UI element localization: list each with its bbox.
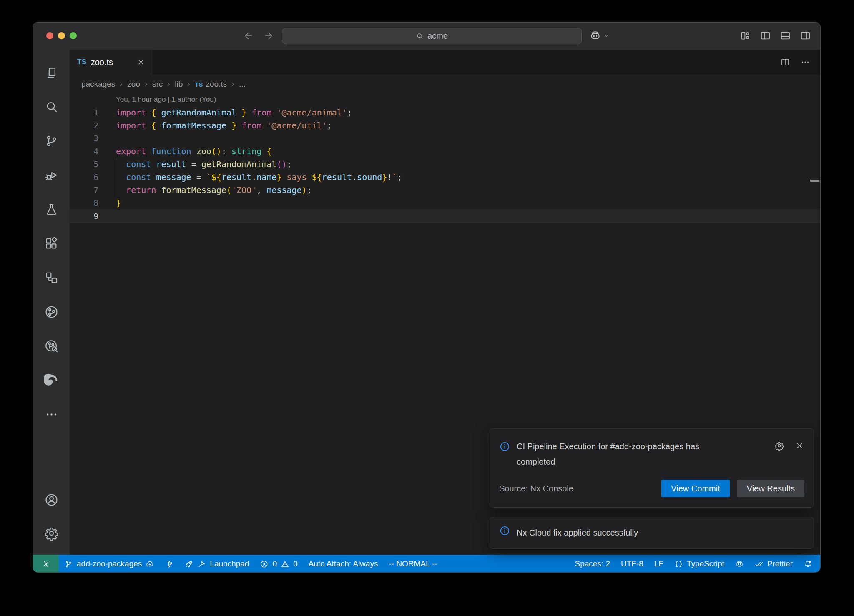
vscode-window: acme TS zoo.ts packageszoosrclibTSzoo.ts… [33,22,821,573]
status-indentation[interactable]: Spaces: 2 [569,555,615,573]
line-number[interactable]: 8 [70,197,98,210]
status-auto-attach[interactable]: Auto Attach: Always [303,555,384,573]
typescript-file-icon: TS [77,58,87,66]
breadcrumb-item[interactable]: src [152,80,163,89]
breadcrumb-item[interactable]: TSzoo.ts [195,80,227,89]
line-number[interactable]: 5 [70,158,98,171]
chevron-right-icon [229,81,236,88]
zoom-button[interactable] [70,32,77,39]
title-bar: acme [33,22,820,50]
forward-button[interactable] [263,30,274,41]
toggle-panel-button[interactable] [780,30,791,41]
breadcrumb-item[interactable]: packages [81,80,115,89]
notification-message: CI Pipeline Execution for #add-zoo-packa… [517,439,725,470]
git-graph-icon [165,560,174,568]
auto-attach-label: Auto Attach: Always [309,559,378,568]
more-actions-button[interactable] [800,57,810,67]
status-notifications-bell[interactable] [798,555,818,573]
code-text[interactable]: import { getRandomAnimal } from '@acme/a… [98,106,352,119]
toggle-primary-sidebar-button[interactable] [760,30,771,41]
status-launchpad[interactable]: Launchpad [179,555,254,573]
search-query: acme [427,31,448,41]
breadcrumb-label: ... [239,80,246,89]
line-number[interactable]: 1 [70,106,98,119]
problems-label: 0 [293,559,298,568]
code-text[interactable]: } [98,197,121,210]
activity-accounts[interactable] [33,483,70,516]
code-line: 4export function zoo(): string { [70,145,820,158]
toast-footer: Source: Nx ConsoleView CommitView Result… [499,480,804,497]
layout-controls [740,30,811,41]
minimize-button[interactable] [58,32,65,39]
code-text[interactable]: const result = getRandomAnimal(); [98,158,292,171]
activity-nx-console[interactable] [33,295,70,329]
breadcrumb-item[interactable]: zoo [127,80,140,89]
code-text[interactable]: const message = `${result.name} says ${r… [98,171,402,184]
customize-layout-button[interactable] [740,30,751,41]
notification-toast: Nx Cloud fix applied successfully [490,517,814,549]
line-number[interactable]: 9 [70,210,98,222]
status-formatter[interactable]: Prettier [749,555,798,573]
line-number[interactable]: 2 [70,119,98,132]
status-language-mode[interactable]: TypeScript [669,555,730,573]
status-problems[interactable]: 00 [254,555,303,573]
activity-explorer[interactable] [33,55,70,90]
code-text[interactable] [98,210,116,222]
toggle-secondary-sidebar-button[interactable] [800,30,811,41]
code-text[interactable]: return formatMessage('ZOO', message); [98,184,312,197]
breadcrumb-label: packages [81,80,115,89]
view-results-button[interactable]: View Results [737,480,804,497]
tab-strip: TS zoo.ts [70,50,820,75]
activity-search[interactable] [33,90,70,124]
back-button[interactable] [243,30,254,41]
bell-dot-icon [804,560,812,568]
encoding-label: UTF-8 [621,559,643,568]
activity-gitlens-inspect[interactable] [33,329,70,363]
view-commit-button[interactable]: View Commit [661,480,729,497]
status-git-branch[interactable]: add-zoo-packages [59,555,160,573]
status-git-graph[interactable] [160,555,179,573]
activity-extensions[interactable] [33,226,70,260]
breadcrumb-item[interactable]: lib [175,80,183,89]
line-number[interactable]: 4 [70,145,98,158]
close-icon[interactable] [795,441,804,451]
breadcrumb-label: zoo.ts [206,80,227,89]
activity-run-and-debug[interactable] [33,158,70,192]
status-copilot-status[interactable] [730,555,749,573]
toast-actions: View CommitView Results [661,480,804,497]
toast-header: CI Pipeline Execution for #add-zoo-packa… [499,439,804,470]
status-bar: add-zoo-packagesLaunchpad00Auto Attach: … [33,555,820,573]
breadcrumb-label: lib [175,80,183,89]
status-vim-mode[interactable]: -- NORMAL -- [383,555,442,573]
line-number[interactable]: 6 [70,171,98,184]
code-text[interactable]: import { formatMessage } from '@acme/uti… [98,119,332,132]
code-text[interactable]: export function zoo(): string { [98,145,271,158]
code-line: 1import { getRandomAnimal } from '@acme/… [70,106,820,119]
copilot-menu[interactable] [589,30,610,42]
code-text[interactable] [98,132,116,145]
copilot-icon [589,30,601,42]
rocket-icon [185,560,193,568]
account-icon [44,493,59,507]
activity-testing[interactable] [33,192,70,226]
activity-references[interactable] [33,260,70,295]
activity-edge-tools[interactable] [33,363,70,397]
activity-source-control[interactable] [33,124,70,158]
line-number[interactable]: 7 [70,184,98,197]
activity-settings[interactable] [33,516,70,550]
split-editor-button[interactable] [780,57,790,67]
activity-more-views[interactable] [33,397,70,431]
breadcrumb-item[interactable]: ... [239,80,246,89]
command-center[interactable]: acme [282,28,582,44]
toast-header: Nx Cloud fix applied successfully [499,525,804,541]
tab-zoo-ts[interactable]: TS zoo.ts [70,50,152,75]
close-button[interactable] [46,32,53,39]
gear-icon[interactable] [774,441,784,451]
line-number[interactable]: 3 [70,132,98,145]
tab-close-icon[interactable] [137,58,145,66]
status-remote-indicator[interactable] [33,555,59,573]
code-line: 5 const result = getRandomAnimal(); [70,158,820,171]
status-encoding[interactable]: UTF-8 [615,555,649,573]
breadcrumb-label: src [152,80,163,89]
status-eol[interactable]: LF [649,555,669,573]
